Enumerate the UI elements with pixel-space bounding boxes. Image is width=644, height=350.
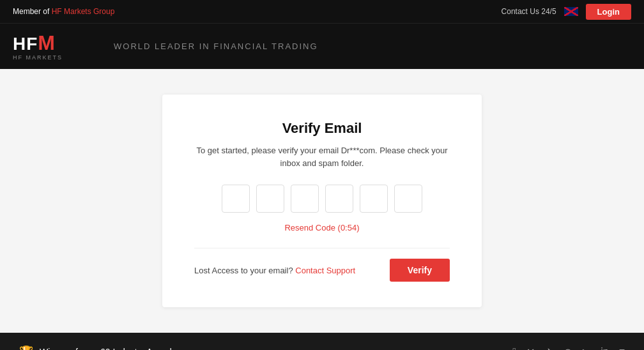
main-content: Verify Email To get started, please veri… <box>0 69 644 333</box>
verify-card: Verify Email To get started, please veri… <box>162 95 482 307</box>
otp-input-3[interactable] <box>291 185 319 213</box>
social-icons:  ✕ ✈ ◎ ▶ in ≡ <box>512 346 625 351</box>
contact-support-link[interactable]: Contact Support <box>295 266 355 275</box>
resend-code-text[interactable]: Resend Code (0:54) <box>194 223 450 232</box>
lost-access-label: Lost Access to your email? <box>194 266 293 275</box>
verify-title: Verify Email <box>194 120 450 137</box>
otp-input-5[interactable] <box>360 185 388 213</box>
logo-m: M <box>38 31 56 54</box>
login-button[interactable]: Login <box>586 4 631 20</box>
top-bar-right: Contact Us 24/5 Login <box>502 4 631 20</box>
facebook-icon[interactable]:  <box>512 346 516 350</box>
verify-description: To get started, please verify your email… <box>194 144 450 169</box>
logo-sub: HF MARKETS <box>13 54 63 61</box>
logo-box: HFM HF MARKETS <box>13 33 63 61</box>
otp-input-6[interactable] <box>394 185 422 213</box>
logo-hf: HF <box>13 34 38 54</box>
header-tagline: WORLD LEADER IN FINANCIAL TRADING <box>114 42 318 51</box>
otp-inputs <box>194 185 450 213</box>
awards-bar: 🏆 Winner of over 60 Industry Awards  ✕ … <box>0 333 644 350</box>
top-bar-left: Member of HF Markets Group <box>13 7 114 16</box>
lost-access-text: Lost Access to your email? Contact Suppo… <box>194 266 355 275</box>
bars-icon[interactable]: ≡ <box>619 346 625 350</box>
awards-text: Winner of over 60 Industry Awards <box>40 347 176 350</box>
otp-input-2[interactable] <box>256 185 284 213</box>
instagram-icon[interactable]: ◎ <box>564 346 572 351</box>
flag-icon[interactable] <box>564 7 578 16</box>
logo-text: HFM <box>13 33 56 53</box>
awards-left: 🏆 Winner of over 60 Industry Awards <box>19 345 176 350</box>
header: HFM HF MARKETS WORLD LEADER IN FINANCIAL… <box>0 23 644 69</box>
youtube-icon[interactable]: ▶ <box>583 346 590 351</box>
trophy-icon: 🏆 <box>19 345 33 350</box>
otp-input-4[interactable] <box>325 185 353 213</box>
logo-container[interactable]: HFM HF MARKETS <box>13 33 63 61</box>
verify-button[interactable]: Verify <box>390 259 450 282</box>
top-bar: Member of HF Markets Group Contact Us 24… <box>0 0 644 23</box>
hf-markets-link[interactable]: HF Markets Group <box>52 7 115 16</box>
card-footer: Lost Access to your email? Contact Suppo… <box>194 248 450 282</box>
otp-input-1[interactable] <box>222 185 250 213</box>
member-text: Member of <box>13 7 52 16</box>
twitter-icon[interactable]: ✕ <box>526 346 535 351</box>
linkedin-icon[interactable]: in <box>601 346 608 350</box>
telegram-icon[interactable]: ✈ <box>545 346 553 351</box>
contact-text: Contact Us 24/5 <box>502 7 556 16</box>
